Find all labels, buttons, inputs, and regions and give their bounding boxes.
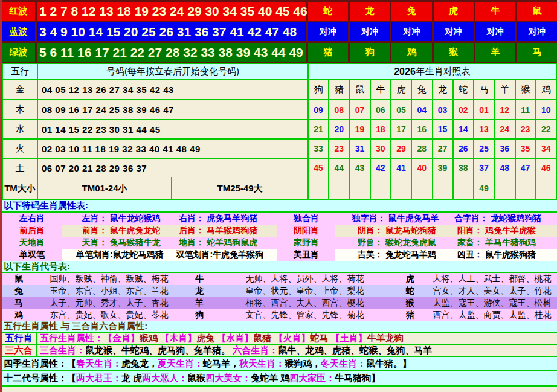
attr-group-label: 前后肖 [2, 225, 62, 237]
attr-values-right: 独字肖： 鼠牛虎兔马羊合字肖： 龙蛇猴鸡狗猪 [336, 213, 557, 224]
wave-label: 红波 [2, 2, 35, 21]
zodiac-column-header: 龙 [433, 80, 454, 99]
wave-zodiac-cell: 对冲 [391, 22, 431, 41]
zodiac-number-cell: 23 [329, 140, 350, 158]
zodiac-number-cell: 42 [371, 159, 391, 177]
text-segment: 猴鸡 [140, 333, 160, 343]
element-label: 火 [3, 140, 38, 158]
wave-row-red: 红波1 2 7 8 12 13 18 19 23 24 29 30 34 35 … [2, 2, 557, 21]
zodiac-code-label: 狗 [184, 309, 215, 321]
attr-value: 野兽： 猴蛇龙兔虎鼠 [358, 237, 436, 248]
attr-value: 地肖： 蛇羊鸡狗鼠虎 [179, 237, 257, 248]
wave-zodiac-cell: 对冲 [475, 22, 515, 41]
element-label: 木 [3, 100, 38, 119]
element-rows: 金04 05 12 13 26 27 34 35 42 43狗猪鼠牛虎兔龙蛇马羊… [3, 80, 556, 177]
zodiac-code-value: 西宫、太监、商贾、太监、桂花 [427, 310, 557, 321]
text-segment: 六合生肖： [233, 345, 278, 355]
attr-table: 左右肖左肖： 鼠牛龙蛇猴鸡右肖： 虎兔马羊狗猪独合肖独字肖： 鼠牛虎兔马羊合字肖… [2, 213, 557, 261]
element-numbers: 04 05 12 13 26 27 34 35 42 43 [38, 80, 309, 99]
wuxing-attr-row: 五行肖 五行生肖属性：【金肖】猴鸡 【木肖】虎兔 【水肖】鼠猪 【火肖】蛇马 【… [2, 333, 557, 345]
wave-zodiac-cell: 对冲 [350, 22, 390, 41]
element-row: 水01 14 15 22 23 30 31 44 452120191817161… [3, 120, 556, 140]
wuxing-header-cell: 五行 [3, 64, 38, 79]
wave-zodiac-cell: 对冲 [434, 22, 474, 41]
zodiac-number-cell: 13 [474, 120, 495, 138]
zodiac-number-cell: 10 [536, 100, 556, 119]
tm-cell [454, 177, 474, 200]
text-segment: 四大家臣： [289, 373, 335, 384]
wave-section: 红波1 2 7 8 12 13 18 19 23 24 29 30 34 35 … [2, 0, 557, 63]
text-segment: 三合生肖： [40, 345, 85, 355]
zodiac-code-row: 鼠国师、叛贼、神偷、叛贼、梅花牛无帅、大将、员外、大将、荷花虎大将、大王、武士、… [2, 273, 557, 285]
zodiac-column-header: 兔 [412, 80, 433, 99]
attr-value: 独字肖： 鼠牛虎兔马羊 [352, 213, 439, 224]
element-zodiac-cells: 狗猪鼠牛虎兔龙蛇马羊猴鸡 [309, 80, 556, 99]
text-segment: 夏天生肖： [158, 358, 203, 370]
zodiac-column-header: 牛 [371, 80, 391, 99]
zodiac-code-label: 鼠 [3, 273, 34, 285]
element-zodiac-cells: 212019181716151413242322 [309, 120, 556, 138]
zodiac-column-header: 羊 [495, 80, 515, 99]
text-segment: 十二代号属性：【 [4, 373, 76, 384]
zodiac-code-value: 相将、西宫、夫人、西宫、樱花 [216, 298, 393, 309]
tm-cell [329, 177, 350, 200]
text-segment: 鼠猪 [253, 333, 274, 343]
zodiac-number-cell: 17 [391, 120, 412, 138]
zodiac-number-cell: 39 [433, 159, 454, 177]
zodiac-number-cell: 40 [412, 159, 433, 177]
wave-zodiac-cell: 鼠 [517, 2, 557, 21]
zodiac-number-cell: 26 [454, 140, 474, 158]
zodiac-code-value: 玉帝、东宫、小姐、东宫、兰花 [36, 286, 182, 297]
text-segment: 鼠龙猴、牛蛇鸡、虎马狗、兔羊猪。 [85, 345, 233, 355]
zodiac-number-cell: 11 [516, 100, 536, 119]
text-segment: 蛇马 [311, 333, 331, 343]
zodiac-code-table: 鼠国师、叛贼、神偷、叛贼、梅花牛无帅、大将、员外、大将、荷花虎大将、大王、武士、… [2, 273, 557, 321]
text-segment: 四季生肖属性：【 [4, 358, 76, 370]
zodiac-number-cell: 45 [309, 159, 329, 177]
wave-numbers: 5 6 11 16 17 21 22 27 28 32 33 38 39 43 … [37, 43, 306, 62]
tm-cell [412, 177, 433, 200]
zodiac-number-cell: 46 [536, 159, 556, 177]
zodiac-code-value: 宫女、才人、美女、太子、竹花 [427, 286, 557, 297]
text-segment: 龙 虎 [121, 373, 142, 384]
zodiac-number-cell: 22 [536, 120, 556, 138]
zodiac-column-header: 马 [474, 80, 495, 99]
zodiac-number-cell: 14 [454, 120, 474, 138]
element-numbers: 08 09 16 17 24 25 38 39 46 47 [38, 100, 309, 119]
zodiac-code-label: 龙 [184, 285, 215, 297]
attr-value: 前肖： 鼠牛虎兔龙蛇 [82, 225, 161, 236]
attr-row: 左右肖左肖： 鼠牛龙蛇猴鸡右肖： 虎兔马羊狗猪独合肖独字肖： 鼠牛虎兔马羊合字肖… [2, 213, 557, 225]
zodiac-number-cell: 15 [433, 120, 454, 138]
attr-values-left: 左肖： 鼠牛龙蛇猴鸡右肖： 虎兔马羊狗猪 [63, 213, 276, 224]
zodiac-code-value: 皇帝、状元、皇帝、上帝、梨花 [216, 286, 393, 297]
zodiac-number-cell: 48 [495, 159, 515, 177]
zodiac-code-label: 猴 [394, 297, 426, 309]
tm-size-row: TM大小TM01-24小TM25-49大49 [3, 177, 556, 200]
text-segment: 【火肖】 [274, 333, 311, 343]
zodiac-number-cell: 21 [309, 120, 329, 138]
tm-small-range: TM01-24小 [38, 177, 172, 200]
element-row: 金04 05 12 13 26 27 34 35 42 43狗猪鼠牛虎兔龙蛇马羊… [3, 80, 556, 100]
wave-zodiac-cell: 牛 [475, 2, 515, 21]
zodiac-code-value: 国师、叛贼、神偷、叛贼、梅花 [36, 274, 182, 284]
attr-value: 合字肖： 龙蛇猴鸡狗猪 [454, 213, 541, 224]
text-segment: 鼠牛猪。】 [366, 358, 411, 370]
zodiac-number-cell: 09 [309, 100, 329, 119]
attr-group-label: 左右肖 [2, 213, 62, 225]
text-segment: 四大美女： [205, 373, 251, 384]
text-segment: 虎兔龙， [121, 358, 158, 370]
element-numbers: 06 07 20 21 28 29 36 37 [38, 159, 309, 177]
text-segment: 秋天生肖： [239, 358, 285, 370]
attr-section-title: 以下特码生肖属性表: [2, 200, 557, 213]
zodiac-number-cell: 34 [536, 140, 556, 158]
sanliu-row-label: 三六合 [2, 345, 37, 356]
attr-group-label: 天地肖 [2, 237, 62, 249]
wave-zodiac-cell: 对冲 [308, 22, 348, 41]
zodiac-code-row: 兔玉帝、东宫、小姐、东宫、兰花龙皇帝、状元、皇帝、上帝、梨花蛇宫女、才人、美女、… [2, 285, 557, 297]
element-label: 水 [3, 120, 38, 138]
attr-value: 吉美： 兔龙蛇马羊鸡 [358, 249, 436, 260]
wave-zodiac-cell: 对冲 [517, 22, 557, 41]
zodiac-number-cell: 30 [371, 140, 391, 158]
zodiac-number-cell: 29 [391, 140, 412, 158]
text-segment: 猴狗鸡， [285, 358, 321, 370]
